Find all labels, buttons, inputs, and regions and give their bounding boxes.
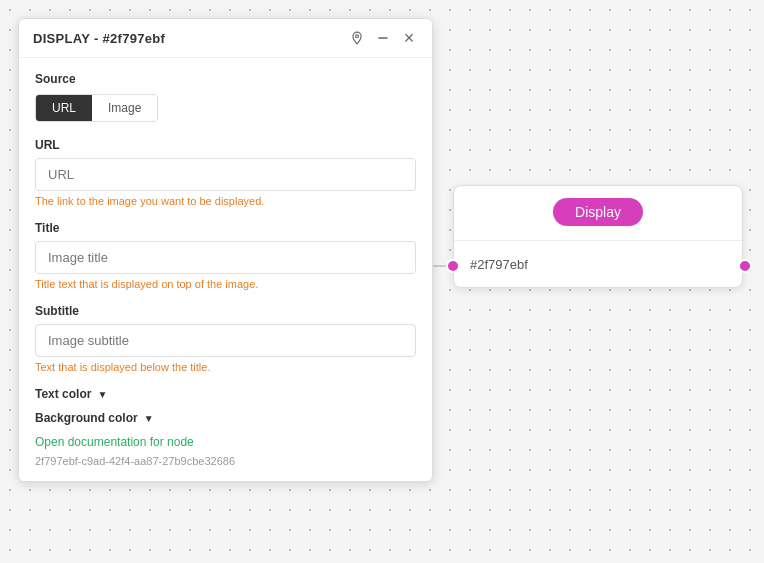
node-id-text: 2f797ebf-c9ad-42f4-aa87-27b9cbe32686 [35, 455, 416, 467]
source-label: Source [35, 72, 416, 86]
text-color-chevron-icon: ▼ [97, 389, 107, 400]
url-hint: The link to the image you want to be dis… [35, 195, 416, 207]
image-toggle-button[interactable]: Image [92, 95, 157, 121]
node-card-body: #2f797ebf [454, 241, 742, 287]
left-connector[interactable] [446, 259, 460, 273]
title-label: Title [35, 221, 416, 235]
subtitle-field-group: Subtitle Text that is displayed below th… [35, 304, 416, 373]
close-icon[interactable]: × [400, 29, 418, 47]
bg-color-label: Background color [35, 411, 138, 425]
display-panel: DISPLAY - #2f797ebf × Source URL Image [18, 18, 433, 482]
node-card-header: Display [454, 186, 742, 241]
pin-icon[interactable] [348, 29, 366, 47]
source-section: Source URL Image [35, 72, 416, 122]
panel-header-icons: × [348, 29, 418, 47]
right-connector[interactable] [738, 259, 752, 273]
bg-color-chevron-icon: ▼ [144, 413, 154, 424]
title-hint: Title text that is displayed on top of t… [35, 278, 416, 290]
node-card-id: #2f797ebf [470, 257, 528, 272]
doc-link[interactable]: Open documentation for node [35, 435, 416, 449]
subtitle-label: Subtitle [35, 304, 416, 318]
url-input[interactable] [35, 158, 416, 191]
display-badge: Display [553, 198, 643, 226]
panel-body: Source URL Image URL The link to the ima… [19, 58, 432, 481]
source-toggle: URL Image [35, 94, 158, 122]
text-color-row[interactable]: Text color ▼ [35, 387, 416, 401]
node-card: Display #2f797ebf [453, 185, 743, 288]
subtitle-input[interactable] [35, 324, 416, 357]
svg-point-0 [356, 35, 359, 38]
url-toggle-button[interactable]: URL [36, 95, 92, 121]
text-color-label: Text color [35, 387, 91, 401]
url-label: URL [35, 138, 416, 152]
panel-title: DISPLAY - #2f797ebf [33, 31, 165, 46]
panel-header: DISPLAY - #2f797ebf × [19, 19, 432, 58]
title-field-group: Title Title text that is displayed on to… [35, 221, 416, 290]
minimize-icon[interactable] [374, 29, 392, 47]
title-input[interactable] [35, 241, 416, 274]
subtitle-hint: Text that is displayed below the title. [35, 361, 416, 373]
url-field-group: URL The link to the image you want to be… [35, 138, 416, 207]
bg-color-row[interactable]: Background color ▼ [35, 411, 416, 425]
